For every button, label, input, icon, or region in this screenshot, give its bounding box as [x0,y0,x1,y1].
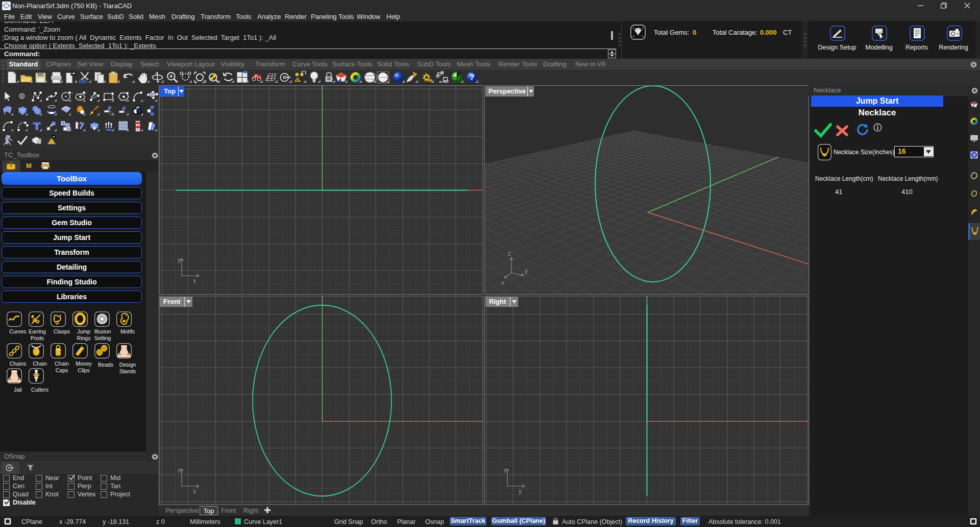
svg-text:y: y [519,488,522,495]
svg-text:?: ? [973,153,976,158]
svg-text:x: x [501,279,504,286]
svg-text:y: y [178,256,181,264]
svg-text:z: z [178,467,181,474]
svg-text:z: z [503,467,506,474]
svg-text:y: y [525,267,528,274]
svg-text:x: x [193,488,196,495]
svg-text:z: z [508,250,511,257]
svg-text:x: x [193,277,196,284]
svg-text:?: ? [470,73,475,82]
